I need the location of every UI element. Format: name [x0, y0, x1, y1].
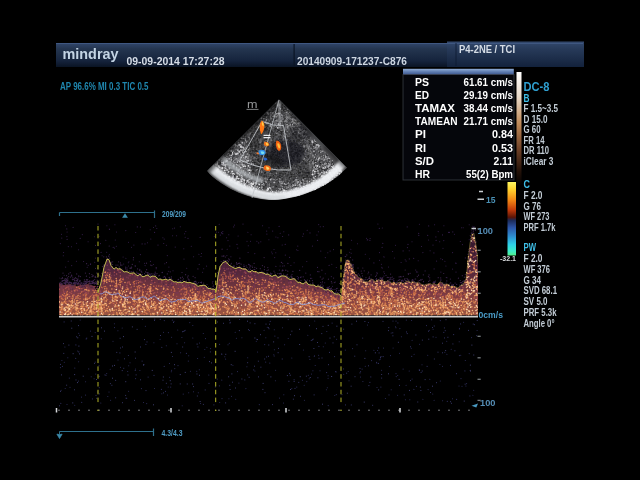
svg-text:PW: PW	[524, 241, 537, 253]
svg-text:100: 100	[480, 397, 496, 408]
svg-text:20140909-171237-C876: 20140909-171237-C876	[297, 55, 407, 67]
svg-text:Angle 0°: Angle 0°	[524, 317, 555, 329]
svg-text:09-09-2014 17:27:28: 09-09-2014 17:27:28	[127, 55, 225, 67]
svg-text:mindray: mindray	[63, 46, 119, 62]
svg-text:0.84: 0.84	[492, 128, 514, 140]
svg-text:55(2) Bpm: 55(2) Bpm	[466, 168, 513, 180]
svg-text:HR: HR	[415, 168, 430, 180]
svg-text:TAMEAN: TAMEAN	[415, 115, 458, 127]
svg-text:0.53: 0.53	[492, 142, 513, 154]
svg-text:TAMAX: TAMAX	[415, 102, 456, 114]
svg-text:100: 100	[478, 225, 494, 236]
svg-text:S/D: S/D	[415, 155, 434, 167]
svg-text:ED: ED	[415, 89, 429, 101]
svg-text:P4-2NE / TCI: P4-2NE / TCI	[459, 43, 515, 55]
svg-text:PI: PI	[415, 128, 426, 140]
svg-text:2.11: 2.11	[494, 155, 514, 167]
svg-text:PS: PS	[415, 76, 429, 88]
svg-text:RI: RI	[415, 142, 426, 154]
svg-text:iClear 3: iClear 3	[524, 155, 554, 167]
svg-text:21.71 cm/s: 21.71 cm/s	[464, 115, 514, 127]
svg-text:209/209: 209/209	[162, 208, 186, 219]
svg-text:61.61 cm/s: 61.61 cm/s	[464, 76, 514, 88]
svg-text:15: 15	[486, 194, 496, 205]
svg-text:29.19 cm/s: 29.19 cm/s	[464, 89, 514, 101]
svg-text:38.44 cm/s: 38.44 cm/s	[464, 102, 514, 114]
svg-text:-32.1: -32.1	[500, 254, 516, 263]
svg-text:4.3/4.3: 4.3/4.3	[162, 427, 183, 438]
svg-text:0cm/s: 0cm/s	[479, 309, 504, 320]
svg-text:PRF 1.7k: PRF 1.7k	[524, 221, 556, 233]
svg-text:AP 96.6% MI 0.3 TIC 0.5: AP 96.6% MI 0.3 TIC 0.5	[60, 80, 149, 92]
svg-text:m: m	[247, 98, 258, 110]
